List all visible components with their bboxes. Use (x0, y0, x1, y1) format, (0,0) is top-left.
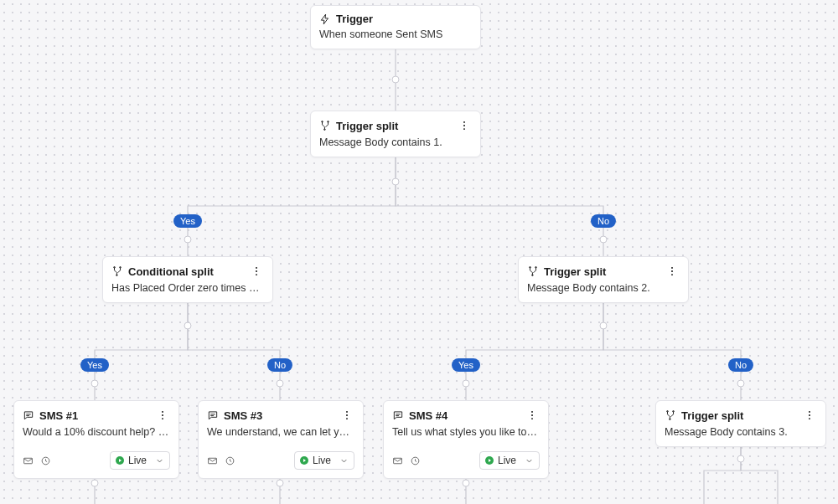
svg-rect-40 (209, 458, 217, 464)
branch-label-no: No (591, 214, 616, 228)
node-description: Message Body contains 1. (311, 136, 480, 157)
mail-icon (392, 455, 403, 466)
svg-point-8 (463, 380, 469, 387)
svg-point-1 (392, 178, 399, 185)
split-icon (111, 265, 123, 277)
svg-point-12 (463, 480, 469, 486)
more-menu-button[interactable] (802, 408, 817, 423)
svg-point-27 (535, 267, 537, 269)
clock-icon (40, 455, 51, 466)
node-sms-1[interactable]: SMS #1 Would a 10% discount help? Use co… (13, 400, 179, 479)
svg-point-29 (671, 267, 673, 269)
svg-point-44 (531, 418, 533, 419)
svg-point-21 (120, 267, 122, 269)
split-icon (665, 409, 676, 421)
node-trigger-split-3[interactable]: Trigger split Message Body contains 3. (655, 400, 826, 447)
more-menu-button[interactable] (525, 408, 540, 423)
mail-icon (23, 455, 34, 466)
sms-icon (207, 409, 219, 421)
svg-point-14 (322, 121, 323, 123)
status-label: Live (498, 455, 516, 466)
svg-point-19 (463, 128, 465, 130)
svg-point-31 (671, 274, 673, 275)
bolt-icon (319, 13, 331, 25)
play-status-icon (116, 456, 124, 465)
node-description: Message Body contains 2. (519, 282, 688, 302)
svg-point-34 (162, 418, 163, 419)
svg-point-18 (463, 125, 465, 126)
svg-point-15 (328, 121, 329, 123)
svg-point-22 (116, 275, 118, 276)
svg-point-48 (673, 411, 675, 413)
node-title: SMS #3 (224, 409, 262, 422)
node-title: Trigger split (336, 120, 398, 132)
svg-point-28 (532, 275, 534, 276)
branch-label-yes: Yes (80, 358, 109, 372)
clock-icon (225, 455, 235, 466)
svg-point-30 (671, 270, 673, 272)
node-sms-4[interactable]: SMS #4 Tell us what styles you like to g… (383, 400, 549, 479)
svg-point-17 (463, 121, 465, 123)
node-title: SMS #1 (39, 409, 78, 422)
split-icon (527, 265, 539, 277)
play-status-icon (485, 456, 494, 465)
chevron-down-icon (525, 456, 534, 465)
svg-point-42 (531, 411, 533, 413)
node-trigger-split-2[interactable]: Trigger split Message Body contains 2. (518, 256, 689, 303)
branch-label-no: No (267, 358, 292, 372)
more-menu-button[interactable] (457, 118, 472, 133)
node-title: Conditional split (128, 265, 214, 278)
svg-point-52 (809, 418, 810, 419)
svg-point-6 (91, 380, 98, 387)
branch-label-no: No (728, 358, 753, 372)
svg-point-32 (162, 411, 163, 413)
svg-point-47 (667, 411, 669, 413)
svg-point-20 (114, 267, 116, 269)
svg-point-25 (256, 274, 257, 275)
chevron-down-icon (155, 456, 164, 465)
svg-point-0 (392, 76, 399, 83)
svg-point-51 (809, 414, 810, 416)
svg-point-11 (277, 480, 283, 486)
svg-point-38 (346, 414, 348, 416)
sms-icon (23, 409, 34, 421)
branch-label-yes: Yes (173, 214, 202, 228)
status-select[interactable]: Live (294, 451, 354, 470)
more-menu-button[interactable] (665, 264, 680, 279)
svg-point-49 (670, 419, 671, 420)
svg-point-43 (531, 414, 533, 416)
svg-rect-45 (394, 458, 402, 464)
svg-point-2 (184, 236, 191, 243)
more-menu-button[interactable] (249, 264, 264, 279)
node-description: Tell us what styles you like to get cust… (384, 426, 548, 446)
branch-label-yes: Yes (452, 358, 480, 372)
svg-point-50 (809, 411, 810, 413)
split-icon (319, 120, 331, 131)
status-label: Live (313, 455, 331, 466)
node-trigger[interactable]: Trigger When someone Sent SMS (310, 5, 481, 49)
node-conditional-split[interactable]: Conditional split Has Placed Order zero … (102, 256, 273, 303)
svg-point-3 (600, 236, 607, 243)
svg-point-10 (91, 480, 98, 486)
node-description: Would a 10% discount help? Use code G… (14, 426, 178, 446)
svg-point-26 (530, 267, 531, 269)
node-description: Message Body contains 3. (656, 426, 825, 446)
chevron-down-icon (339, 456, 349, 465)
svg-point-39 (346, 418, 348, 419)
more-menu-button[interactable] (155, 408, 170, 423)
status-select[interactable]: Live (479, 451, 540, 470)
more-menu-button[interactable] (339, 408, 354, 423)
svg-point-5 (600, 322, 607, 329)
svg-point-7 (277, 380, 283, 387)
clock-icon (410, 455, 421, 466)
play-status-icon (300, 456, 308, 465)
flow-canvas[interactable]: Yes No Yes No Yes No Trigger When someon… (0, 0, 838, 504)
status-select[interactable]: Live (110, 451, 170, 470)
sms-icon (392, 409, 404, 421)
svg-rect-35 (24, 458, 33, 464)
svg-point-4 (184, 322, 191, 329)
node-sms-3[interactable]: SMS #3 We understand, we can let you kno… (198, 400, 364, 479)
node-title: Trigger split (681, 409, 743, 422)
node-description: Has Placed Order zero times over all tim… (103, 282, 272, 302)
node-trigger-split-1[interactable]: Trigger split Message Body contains 1. (310, 111, 481, 157)
